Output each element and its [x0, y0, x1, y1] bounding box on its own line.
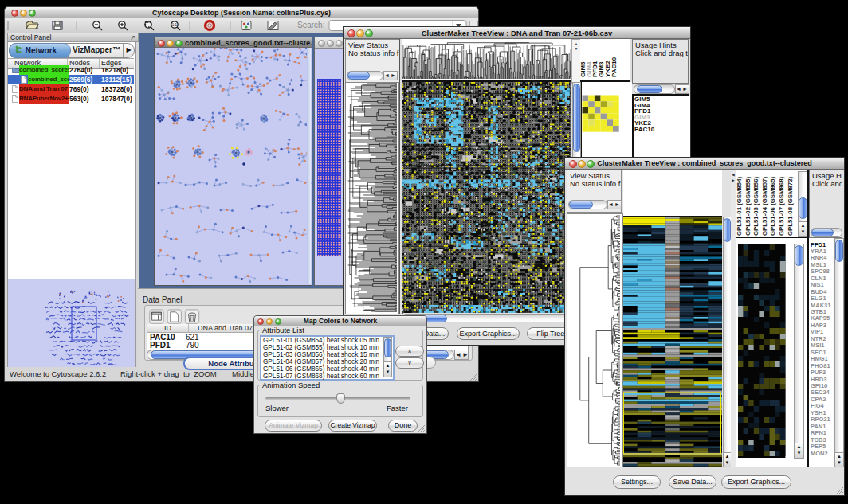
svg-text:PAC10: PAC10: [634, 126, 655, 133]
svg-text:GPL51-02 (GSM855): GPL51-02 (GSM855): [744, 176, 752, 236]
svg-text:GPL51-06 (GSM865): GPL51-06 (GSM865): [769, 176, 776, 236]
svg-text:MON2: MON2: [811, 450, 828, 457]
svg-text:PAC10: PAC10: [610, 57, 618, 77]
svg-text:GPL51-04 (GSM857): GPL51-04 (GSM857): [761, 176, 768, 236]
svg-text:GPL51-01 (GSM854): GPL51-01 (GSM854): [736, 176, 743, 236]
svg-text:GPL51-07 (GSM868): GPL51-07 (GSM868): [778, 176, 785, 236]
svg-text:GPL51-08 (GSM872): GPL51-08 (GSM872): [787, 176, 794, 236]
svg-text:1:1: 1:1: [172, 23, 178, 27]
svg-text:Search:: Search:: [297, 21, 324, 29]
svg-text:GPL51-03 (GSM856): GPL51-03 (GSM856): [752, 176, 760, 236]
